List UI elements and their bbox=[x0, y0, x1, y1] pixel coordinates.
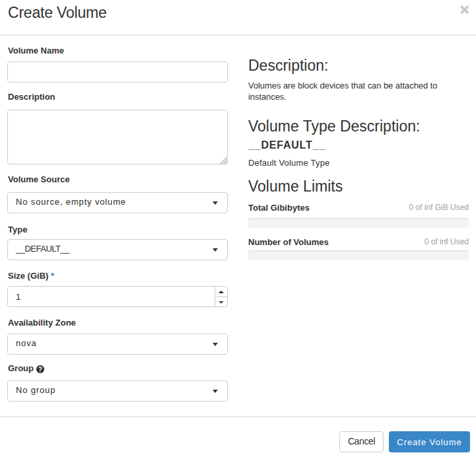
svg-text:?: ? bbox=[38, 365, 42, 373]
